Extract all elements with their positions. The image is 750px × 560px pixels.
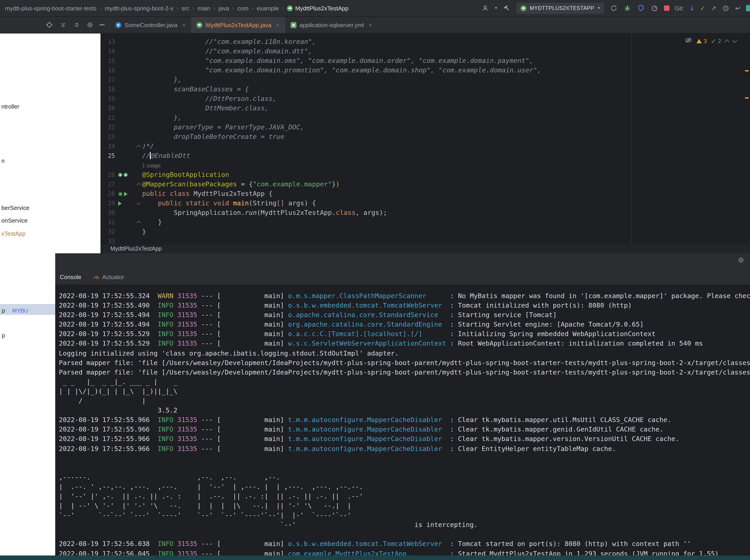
fold-marker[interactable] (136, 183, 141, 187)
spring-bean-icon[interactable] (118, 173, 122, 177)
ide-window: mydtt-plus-spring-boot-starter-tests›myd… (0, 0, 750, 560)
console-line: 2022-08-19 17:52:55.494 INFO 31535 --- [… (59, 310, 750, 320)
project-panel[interactable]: ntrollernberServiceonServicexTestApp (0, 34, 100, 253)
run-configuration-selector[interactable]: MYDTTPLUS2XTESTAPP (517, 2, 604, 14)
console-output[interactable]: 2022-08-19 17:52:55.324 WARN 31535 --- [… (55, 285, 750, 556)
breadcrumb-separator: › (282, 5, 284, 11)
spring-bean-icon[interactable] (123, 173, 127, 177)
spring-boot-run-icon[interactable] (118, 191, 123, 196)
project-tree-item[interactable]: onService (1, 217, 27, 224)
build-hammer-icon[interactable] (503, 4, 511, 12)
breadcrumb-separator: › (213, 5, 215, 11)
close-icon[interactable]: × (182, 21, 185, 28)
tab-mydttplus2xtestapp[interactable]: MydttPlus2xTestApp.java × (191, 17, 285, 33)
tab-actuator[interactable]: Actuator (93, 274, 124, 281)
console-line: 2022-08-19 17:52:56.038 INFO 31535 --- [… (59, 539, 750, 549)
breadcrumb-item[interactable]: java (218, 5, 229, 12)
editor-code[interactable]: 13 //"com.example.i18n.korean",14 //"com… (100, 37, 750, 244)
code-line: 32} (100, 227, 750, 236)
git-push-icon[interactable]: ↗ (711, 5, 716, 11)
locate-file-icon[interactable] (45, 21, 54, 29)
project-tree-item[interactable]: MYBU (12, 308, 28, 314)
breadcrumb-item[interactable]: main (198, 5, 210, 12)
console-line: 2022-08-19 17:52:55.494 INFO 31535 --- [… (59, 320, 750, 330)
collapse-all-icon[interactable] (73, 21, 81, 29)
line-number: 20 (100, 104, 115, 113)
git-history-icon[interactable] (722, 4, 730, 12)
git-update-icon[interactable]: ↓ (689, 5, 694, 11)
window-bottom-edge (0, 556, 750, 560)
inspections-widget[interactable]: 3 ✓ 2 (685, 37, 736, 45)
git-commit-icon[interactable]: ✓ (700, 5, 706, 11)
close-icon[interactable]: × (276, 21, 279, 28)
console-line: | .--. ' ,--,--. ,---. ,---. | '--' | ,-… (59, 482, 750, 492)
project-tree-item[interactable]: n (1, 158, 4, 164)
editor[interactable]: 13 //"com.example.i18n.korean",14 //"com… (100, 34, 750, 244)
next-problem-icon[interactable] (732, 38, 737, 43)
project-tree-item[interactable]: p (2, 307, 5, 314)
line-number: 21 (100, 113, 115, 123)
coverage-icon[interactable] (637, 4, 645, 12)
project-tree-item[interactable]: berService (1, 205, 29, 211)
console-line: 2022-08-19 17:52:55.966 INFO 31535 --- [… (59, 415, 750, 425)
project-tree-item[interactable]: ntroller (1, 103, 19, 110)
expand-all-icon[interactable] (59, 21, 67, 29)
passed-count[interactable]: ✓ 2 (711, 38, 721, 44)
warning-count[interactable]: 3 (696, 38, 707, 44)
rerun-application-icon[interactable] (610, 4, 618, 12)
toolbar-right: MYDTTPLUS2XTESTAPP Git: ↓ ✓ ↗ ↩ (481, 2, 750, 14)
line-number: 13 (100, 37, 115, 47)
console-settings-gear-icon[interactable] (737, 256, 745, 266)
hide-panel-icon[interactable] (100, 24, 104, 25)
breadcrumb-item[interactable]: mydtt-plus-spring-boot-starter-tests (5, 5, 97, 12)
actuator-tab-label: Actuator (102, 274, 124, 281)
console-line: 2022-08-19 17:52:55.966 INFO 31535 --- [… (59, 444, 750, 454)
tab-application-sqlserver[interactable]: application-sqlserver.yml × (285, 17, 377, 33)
fold-marker[interactable] (136, 145, 141, 149)
line-number: 33 (100, 236, 115, 244)
breadcrumb-class[interactable]: MydttPlus2xTestApp (111, 246, 162, 252)
previous-problem-icon[interactable] (725, 39, 730, 45)
search-icon[interactable] (746, 5, 750, 11)
fold-marker[interactable] (136, 201, 141, 205)
line-number: 28 (100, 189, 115, 199)
breadcrumb-current[interactable]: MydttPlus2xTestApp (287, 5, 349, 12)
controller-class-icon (115, 22, 121, 28)
stop-icon[interactable] (664, 5, 669, 11)
run-icon[interactable] (124, 191, 127, 196)
warning-stripe-mark[interactable] (745, 70, 749, 71)
breadcrumb-item[interactable]: com (237, 5, 249, 12)
breadcrumb-separator: › (232, 5, 234, 11)
settings-gear-icon[interactable] (86, 21, 94, 29)
tab-console[interactable]: Console (60, 274, 81, 281)
close-icon[interactable]: × (369, 21, 372, 28)
breadcrumb-item[interactable]: example (257, 5, 279, 12)
user-account-icon[interactable] (481, 4, 490, 12)
tab-somecontroller[interactable]: SomeController.java × (110, 17, 191, 33)
git-rollback-icon[interactable]: ↩ (735, 5, 741, 11)
code-line: 20 DttMember.class, (100, 104, 750, 113)
code-line: 15 "com.example.domain.oms", "com.exampl… (100, 56, 750, 66)
fold-marker[interactable] (136, 221, 141, 225)
code-line: 26@SpringBootApplication (100, 170, 750, 180)
console-line (59, 454, 750, 463)
console-tab-label: Console (60, 274, 81, 281)
debug-icon[interactable] (623, 4, 631, 12)
line-number: 26 (100, 170, 115, 180)
project-panel-strip[interactable]: pMYBUp (0, 253, 55, 556)
project-tree-item[interactable]: xTestApp (1, 230, 25, 237)
breadcrumb-item[interactable]: mydtt-plus-spring-boot-2-x (105, 5, 173, 12)
console-line: `--' is intercepting. (59, 520, 750, 530)
run-icon[interactable] (118, 201, 122, 206)
warning-stripe-mark[interactable] (745, 97, 749, 99)
line-number: 31 (100, 217, 115, 227)
profiler-icon[interactable] (650, 4, 658, 12)
project-tree-item[interactable]: p (2, 332, 5, 339)
editor-tab-bar: SomeController.java × MydttPlus2xTestApp… (110, 17, 377, 33)
spring-boot-run-config-icon (521, 5, 527, 11)
code-line: 17 }, (100, 75, 750, 85)
highlighting-off-icon[interactable] (685, 37, 692, 45)
breadcrumb-item[interactable]: src (181, 5, 190, 12)
usages-inlay-hint[interactable]: 1 usage (142, 163, 161, 168)
spring-boot-icon (287, 5, 293, 11)
